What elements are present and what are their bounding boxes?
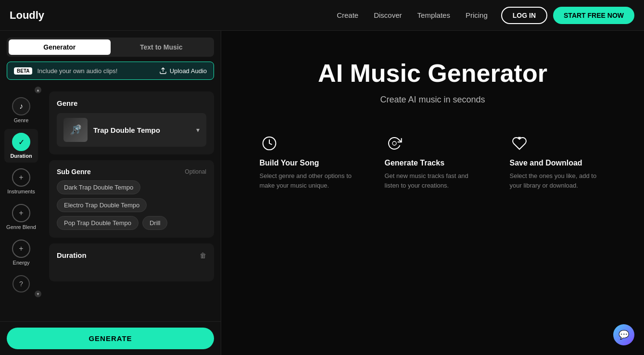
sidebar-item-genre[interactable]: ♪ Genre xyxy=(4,93,38,127)
plus-icon-energy: + xyxy=(12,240,30,258)
sidebar-item-duration[interactable]: ✓ Duration xyxy=(4,129,38,163)
content-panel: Genre 🎤 Trap Double Tempo ▾ Sub Genre Op… xyxy=(42,85,221,321)
login-button[interactable]: LOG IN xyxy=(501,7,547,24)
chevron-down-icon: ▾ xyxy=(196,126,200,134)
feature-save-desc: Select the ones you like, add to your li… xyxy=(510,171,606,190)
duration-title: Duration xyxy=(57,251,87,259)
trash-icon[interactable]: 🗑 xyxy=(200,252,206,259)
genre-thumbnail: 🎤 xyxy=(63,118,88,142)
feature-build-desc: Select genre and other options to make y… xyxy=(260,171,356,190)
tab-text-to-music[interactable]: Text to Music xyxy=(111,39,213,55)
subgenre-title: Sub Genre xyxy=(57,168,91,176)
beta-banner: BETA Include your own audio clips! Uploa… xyxy=(7,62,214,80)
scroll-up-arrow[interactable]: ▲ xyxy=(35,87,41,93)
subgenre-tag-0[interactable]: Dark Trap Double Tempo xyxy=(57,180,140,194)
genre-selector[interactable]: 🎤 Trap Double Tempo ▾ xyxy=(57,113,206,147)
duration-content xyxy=(57,264,206,274)
generate-bar: GENERATE xyxy=(0,321,221,355)
sidebar-item-genre-blend[interactable]: + Genre Blend xyxy=(4,200,38,234)
music-note-icon: ♪ xyxy=(12,97,30,115)
upload-audio-button[interactable]: Upload Audio xyxy=(159,67,207,75)
help-button[interactable]: ? xyxy=(13,275,30,292)
tab-generator[interactable]: Generator xyxy=(9,39,111,55)
feature-build: Build Your Song Select genre and other o… xyxy=(260,134,356,190)
sidebar-energy-label: Energy xyxy=(13,260,30,266)
nav-create[interactable]: Create xyxy=(337,11,358,19)
sidebar-genre-label: Genre xyxy=(14,117,29,123)
subgenre-tag-2[interactable]: Pop Trap Double Tempo xyxy=(57,216,139,230)
features-row: Build Your Song Select genre and other o… xyxy=(260,134,606,190)
genre-section-title: Genre xyxy=(57,99,206,107)
check-icon: ✓ xyxy=(12,133,30,151)
beta-badge: BETA xyxy=(14,67,32,75)
chat-bubble-button[interactable]: 💬 xyxy=(613,324,634,345)
hero-title: AI Music Generator xyxy=(318,60,547,87)
nav-templates[interactable]: Templates xyxy=(417,11,450,19)
duration-header: Duration 🗑 xyxy=(57,251,206,259)
nav-pricing[interactable]: Pricing xyxy=(466,11,488,19)
beta-text: Include your own audio clips! xyxy=(37,67,154,75)
hero-subtitle: Create AI music in seconds xyxy=(380,95,485,105)
feature-generate-title: Generate Tracks xyxy=(385,159,481,167)
clock-svg xyxy=(262,136,277,151)
tab-bar: Generator Text to Music xyxy=(7,38,214,57)
optional-label: Optional xyxy=(185,168,206,175)
generate-button[interactable]: GENERATE xyxy=(7,328,214,349)
feature-save: Save and Download Select the ones you li… xyxy=(510,134,606,190)
feature-build-title: Build Your Song xyxy=(260,159,356,167)
left-panel: Generator Text to Music BETA Include you… xyxy=(0,31,221,355)
sidebar-instruments-label: Instruments xyxy=(7,189,35,194)
duration-section: Duration 🗑 xyxy=(49,243,214,281)
navbar: Loudly Create Discover Templates Pricing… xyxy=(0,0,644,31)
feature-save-title: Save and Download xyxy=(510,159,606,167)
subgenre-header: Sub Genre Optional xyxy=(57,168,206,176)
heart-icon xyxy=(510,134,529,153)
plus-icon-genre-blend: + xyxy=(12,204,30,222)
genre-section: Genre 🎤 Trap Double Tempo ▾ xyxy=(49,91,214,154)
sidebar: ▲ ♪ Genre ✓ Duration + Instruments + Gen… xyxy=(0,85,42,321)
refresh-icon xyxy=(385,134,404,153)
genre-name: Trap Double Tempo xyxy=(93,126,190,134)
clock-icon xyxy=(260,134,279,153)
sidebar-genre-blend-label: Genre Blend xyxy=(6,224,36,230)
subgenre-tags: Dark Trap Double Tempo Electro Trap Doub… xyxy=(57,180,206,230)
upload-label: Upload Audio xyxy=(170,67,207,75)
nav-discover[interactable]: Discover xyxy=(374,11,402,19)
plus-icon-instruments: + xyxy=(12,168,30,187)
scroll-down-arrow[interactable]: ▼ xyxy=(35,291,41,297)
nav-links: Create Discover Templates Pricing xyxy=(337,11,488,19)
refresh-svg xyxy=(387,136,402,151)
feature-generate-desc: Get new music tracks fast and listen to … xyxy=(385,171,481,190)
sidebar-item-instruments[interactable]: + Instruments xyxy=(4,165,38,198)
sidebar-item-energy[interactable]: + Energy xyxy=(4,236,38,269)
subgenre-tag-1[interactable]: Electro Trap Double Tempo xyxy=(57,198,147,212)
subgenre-section: Sub Genre Optional Dark Trap Double Temp… xyxy=(49,160,214,238)
upload-icon xyxy=(159,67,167,75)
svg-point-1 xyxy=(392,141,396,145)
sidebar-duration-label: Duration xyxy=(10,153,32,159)
main-content: Generator Text to Music BETA Include you… xyxy=(0,31,644,355)
right-panel: AI Music Generator Create AI music in se… xyxy=(221,31,644,355)
subgenre-tag-3[interactable]: Drill xyxy=(142,216,167,230)
start-button[interactable]: START FREE NOW xyxy=(553,7,634,24)
feature-generate: Generate Tracks Get new music tracks fas… xyxy=(385,134,481,190)
heart-svg xyxy=(512,136,527,151)
logo: Loudly xyxy=(10,9,44,22)
panel-body: ▲ ♪ Genre ✓ Duration + Instruments + Gen… xyxy=(0,85,221,321)
